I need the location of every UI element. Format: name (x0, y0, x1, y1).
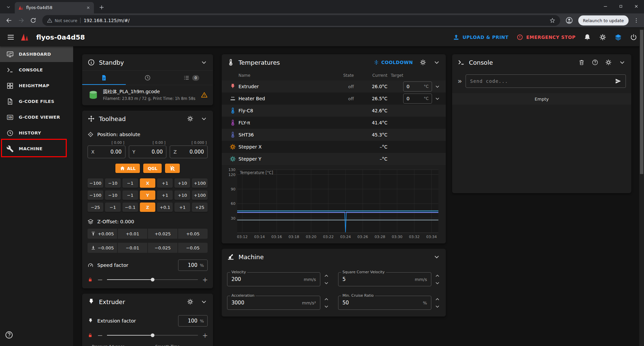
extruder-collapse-chevron[interactable] (200, 298, 208, 305)
z-down-0005-button[interactable]: −0.005 (88, 243, 117, 253)
security-chip[interactable]: Not secure (47, 18, 77, 23)
browser-tab[interactable]: flyos-0a4d58 (15, 2, 94, 13)
relaunch-update-button[interactable]: Relaunch to update (578, 15, 629, 25)
sidebar-item-history[interactable]: HISTORY (0, 125, 73, 141)
speed-factor-input[interactable]: 100 % (178, 260, 208, 271)
sidebar-item-console[interactable]: CONSOLE (0, 62, 73, 78)
acceleration-input[interactable]: Acceleration 3000 mm/s² (227, 296, 320, 310)
temperatures-settings-icon[interactable] (420, 59, 426, 66)
slider-thumb[interactable] (151, 334, 154, 337)
window-close-button[interactable] (629, 0, 644, 13)
reload-button[interactable] (28, 15, 39, 26)
square-corner-velocity-input[interactable]: Square Corner Velocity 5 mm/s (338, 272, 431, 286)
heater-bed-target-input[interactable]: 0 °C (403, 94, 432, 104)
decrease-button[interactable] (323, 303, 329, 309)
new-tab-button[interactable] (97, 2, 107, 12)
tab-close-button[interactable] (86, 5, 91, 10)
status-tab-jobs[interactable] (82, 71, 126, 85)
jog-y-minus-10[interactable]: −10 (105, 190, 121, 200)
increase-button[interactable] (434, 273, 440, 279)
status-tab-queue[interactable]: 0 (169, 71, 213, 85)
console-help-icon[interactable] (592, 59, 598, 66)
layers-icon[interactable] (614, 34, 622, 41)
motors-off-button[interactable] (165, 164, 180, 173)
toolhead-settings-icon[interactable] (187, 115, 194, 122)
jog-y-minus-100[interactable]: −100 (88, 190, 103, 200)
jog-z-minus-01[interactable]: −0.1 (122, 203, 138, 212)
jog-x-minus-10[interactable]: −10 (105, 178, 121, 188)
sidebar-item-gcode-viewer[interactable]: 3D G-CODE VIEWER (0, 109, 73, 125)
z-down-001-button[interactable]: −0.01 (118, 243, 147, 253)
jog-z-plus-1[interactable]: +1 (174, 203, 190, 212)
z-up-0025-button[interactable]: +0.025 (148, 229, 177, 239)
lock-icon[interactable] (88, 277, 93, 282)
jog-x-plus-100[interactable]: +100 (192, 178, 208, 188)
x-axis-button[interactable]: X (140, 178, 156, 188)
z-down-0025-button[interactable]: −0.025 (148, 243, 177, 253)
status-collapse-chevron[interactable] (200, 59, 208, 66)
extrusion-factor-input[interactable]: 100 % (178, 315, 208, 327)
extrusion-factor-slider[interactable] (107, 335, 198, 336)
z-axis-button[interactable]: Z (140, 203, 156, 212)
job-list-item[interactable]: 圆柱体_PLA_1h9m.gcode Filament: 23.83 m / 7… (82, 85, 213, 105)
min-cruise-ratio-input[interactable]: Min. Cruise Ratio 50 % (338, 296, 431, 310)
z-up-0005-button[interactable]: +0.005 (88, 229, 117, 239)
notifications-bell-icon[interactable] (584, 34, 591, 41)
send-icon[interactable] (615, 78, 622, 84)
jog-y-plus-1[interactable]: +1 (157, 190, 173, 200)
z-position-field[interactable]: [ 0.000 ] Z 0.000 (170, 146, 208, 158)
y-position-field[interactable]: [ 0.00 ] Y 0.00 (129, 146, 167, 158)
jog-x-plus-10[interactable]: +10 (174, 178, 190, 188)
jog-z-plus-25[interactable]: +25 (192, 203, 208, 212)
decrease-button[interactable] (434, 303, 440, 309)
z-up-001-button[interactable]: +0.01 (118, 229, 147, 239)
home-all-button[interactable]: ALL (115, 164, 140, 173)
menu-toggle-button[interactable] (7, 33, 15, 41)
qgl-button[interactable]: QGL (143, 164, 162, 173)
sidebar-item-dashboard[interactable]: DASHBOARD (0, 46, 73, 62)
forward-button[interactable] (15, 15, 27, 26)
extrusion-decrease-button[interactable]: − (97, 332, 103, 339)
jog-y-plus-10[interactable]: +10 (174, 190, 190, 200)
minimize-button[interactable] (598, 0, 613, 13)
temperatures-collapse-chevron[interactable] (433, 59, 440, 66)
jog-z-minus-25[interactable]: −25 (88, 203, 103, 212)
console-settings-icon[interactable] (605, 59, 612, 66)
extruder-target-input[interactable]: 0 °C (403, 81, 432, 92)
jog-x-minus-1[interactable]: −1 (122, 178, 138, 188)
slider-thumb[interactable] (151, 278, 154, 282)
help-button[interactable] (5, 331, 13, 339)
speed-factor-slider[interactable] (107, 279, 198, 280)
extruder-settings-icon[interactable] (187, 298, 194, 305)
jog-x-plus-1[interactable]: +1 (157, 178, 173, 188)
console-input[interactable] (470, 78, 612, 84)
power-icon[interactable] (630, 34, 637, 41)
decrease-button[interactable] (323, 280, 329, 286)
z-up-005-button[interactable]: +0.05 (178, 229, 208, 239)
tab-search-chevron-icon[interactable] (3, 1, 14, 13)
increase-button[interactable] (434, 296, 440, 302)
y-axis-button[interactable]: Y (140, 190, 156, 200)
extrusion-increase-button[interactable]: + (202, 332, 208, 339)
interface-settings-icon[interactable] (599, 34, 606, 41)
scrollbar-thumb[interactable] (640, 30, 643, 174)
target-dropdown-chevron[interactable] (434, 83, 440, 90)
browser-menu-button[interactable] (632, 17, 641, 23)
speed-decrease-button[interactable]: − (97, 276, 103, 283)
velocity-input[interactable]: Velocity 200 mm/s (227, 272, 320, 286)
decrease-button[interactable] (434, 280, 440, 286)
speed-increase-button[interactable]: + (202, 276, 208, 283)
emergency-stop-button[interactable]: EMERGENCY STOP (517, 34, 576, 41)
jog-y-plus-100[interactable]: +100 (192, 190, 208, 200)
maximize-button[interactable] (613, 0, 629, 13)
jog-z-minus-1[interactable]: −1 (105, 203, 121, 212)
chevron-double-right-icon[interactable]: » (458, 77, 462, 85)
sidebar-item-machine[interactable]: MACHINE (0, 141, 73, 157)
jog-y-minus-1[interactable]: −1 (122, 190, 138, 200)
status-tab-history[interactable] (126, 71, 169, 85)
cooldown-button[interactable]: COOLDOWN (374, 60, 413, 65)
back-button[interactable] (3, 15, 15, 26)
page-scrollbar[interactable] (639, 28, 644, 346)
jog-x-minus-100[interactable]: −100 (88, 178, 103, 188)
increase-button[interactable] (323, 273, 329, 279)
